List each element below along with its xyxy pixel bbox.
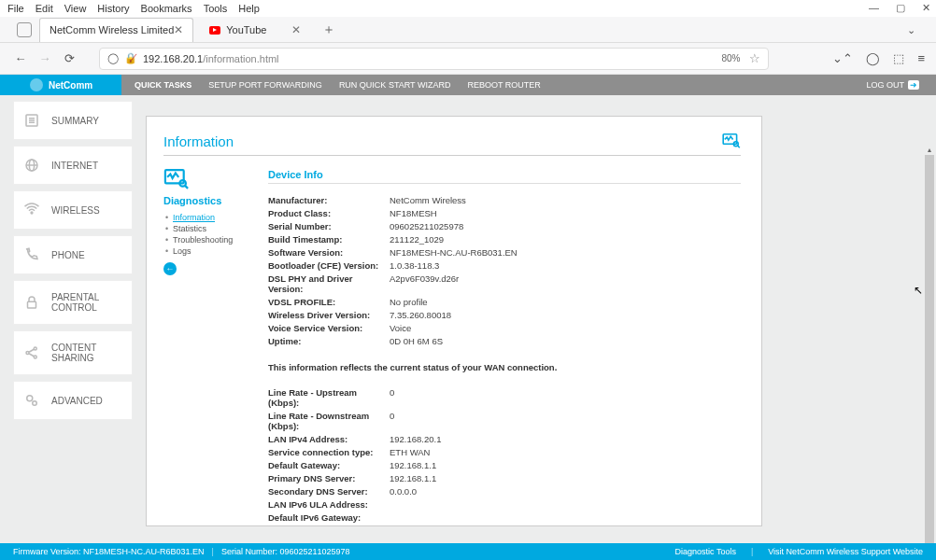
diag-link-troubleshooting[interactable]: Troubleshooting (165, 234, 246, 245)
value: Voice (390, 323, 411, 333)
maximize-icon[interactable]: ▢ (896, 2, 905, 14)
sidebar-item-label: INTERNET (51, 161, 98, 171)
menu-edit[interactable]: Edit (35, 3, 53, 14)
quick-reboot[interactable]: REBOOT ROUTER (467, 80, 540, 90)
tabs-dropdown-icon[interactable]: ⌄ (907, 24, 915, 36)
sidebar-item-parental[interactable]: PARENTALCONTROL (13, 280, 133, 325)
label: DSL PHY and Driver Version: (268, 273, 390, 294)
logout-link[interactable]: LOG OUT ➜ (866, 80, 919, 90)
shield-icon[interactable]: ◯ (107, 52, 119, 64)
label: Primary DNS Server: (268, 473, 390, 483)
globe-icon (23, 157, 40, 174)
tab-youtube[interactable]: YouTube ✕ (199, 18, 311, 42)
tabs-overview-icon[interactable] (17, 22, 32, 37)
menu-bookmarks[interactable]: Bookmarks (141, 3, 192, 14)
extensions-icon[interactable]: ⬚ (893, 51, 904, 65)
quick-tasks[interactable]: QUICK TASKS (135, 80, 191, 90)
reload-button[interactable]: ⟳ (60, 51, 78, 65)
os-menubar: File Edit View History Bookmarks Tools H… (0, 0, 936, 17)
value: 0.0.0.0 (390, 486, 417, 497)
value: ETH WAN (390, 447, 430, 457)
phone-icon (23, 246, 40, 263)
sidebar-item-phone[interactable]: PHONE (13, 235, 133, 274)
svg-point-11 (34, 356, 36, 358)
svg-line-21 (185, 186, 188, 189)
menu-help[interactable]: Help (238, 3, 260, 14)
browser-tabstrip: NetComm Wireless Limited ✕ YouTube ✕ ＋ ⌄ (0, 17, 936, 43)
insecure-lock-icon[interactable]: 🔒̸ (124, 52, 137, 64)
scrollbar-thumb[interactable] (925, 155, 934, 543)
value: A2pv6F039v.d26r (390, 273, 459, 294)
value: 0D 0H 6M 6S (390, 336, 443, 346)
label: Uptime: (268, 336, 390, 346)
menu-tools[interactable]: Tools (204, 3, 228, 14)
account-icon[interactable]: ◯ (866, 51, 880, 65)
close-icon[interactable]: ✕ (922, 2, 930, 14)
scroll-up-icon[interactable]: ▴ (925, 146, 934, 155)
diagnostics-search-icon[interactable] (722, 133, 741, 150)
quick-wizard[interactable]: RUN QUICK START WIZARD (339, 80, 451, 90)
menu-history[interactable]: History (97, 3, 129, 14)
logout-icon: ➜ (908, 80, 919, 90)
sidebar: SUMMARY INTERNET WIRELESS PHONE PARENTAL… (0, 95, 136, 543)
label: Line Rate - Upstream (Kbps): (268, 387, 390, 408)
sidebar-item-content-sharing[interactable]: CONTENTSHARING (13, 330, 133, 375)
sidebar-item-wireless[interactable]: WIRELESS (13, 190, 133, 230)
footer-sn-label: Serial Number: (221, 547, 277, 556)
footer-diag-link[interactable]: Diagnostic Tools (675, 547, 736, 556)
quick-spf[interactable]: SETUP PORT FORWARDING (208, 80, 322, 90)
app-menu-icon[interactable]: ≡ (917, 51, 925, 65)
label: Wireless Driver Version: (268, 310, 390, 320)
forward-button[interactable]: → (35, 51, 54, 65)
bookmark-star-icon[interactable]: ☆ (749, 51, 760, 65)
value: 1.0.38-118.3 (390, 260, 439, 271)
value: NF18MESH-NC.AU-R6B031.EN (390, 247, 518, 258)
sidebar-item-advanced[interactable]: ADVANCED (13, 381, 133, 420)
label: Default IPv6 Gateway: (268, 512, 390, 523)
sidebar-item-label: WIRELESS (51, 205, 100, 216)
address-bar[interactable]: ◯ 🔒̸ 192.168.20.1/information.html 80% ☆ (99, 48, 769, 70)
tab-close-icon[interactable]: ✕ (174, 23, 183, 36)
pocket-icon[interactable]: ⌄⌃ (832, 51, 853, 65)
label: Line Rate - Downstream (Kbps): (268, 411, 390, 431)
value: 192.168.1.1 (390, 460, 436, 470)
value: NetComm Wireless (390, 195, 466, 205)
panel-wrap: Information Diagnostics Information Stat… (136, 95, 936, 543)
diag-link-information[interactable]: Information (165, 212, 246, 223)
url-host: 192.168.20.1 (143, 53, 203, 64)
value: 7.35.260.80018 (390, 310, 451, 320)
svg-line-12 (29, 349, 34, 352)
url-path: /information.html (203, 53, 278, 64)
footer-support-link[interactable]: Visit NetComm Wireless Support Website (768, 547, 923, 556)
label: Software Version: (268, 247, 390, 258)
diag-link-logs[interactable]: Logs (165, 245, 246, 257)
diagnostics-icon (163, 169, 246, 191)
menu-file[interactable]: File (7, 3, 24, 14)
value: No profile (390, 297, 428, 307)
diag-link-statistics[interactable]: Statistics (165, 223, 246, 234)
new-tab-icon[interactable]: ＋ (322, 21, 335, 38)
sidebar-item-summary[interactable]: SUMMARY (13, 101, 133, 140)
label: Bootloader (CFE) Version: (268, 260, 390, 271)
diagnostics-nav: Diagnostics Information Statistics Troub… (163, 169, 246, 524)
tab-close-icon[interactable]: ✕ (291, 23, 301, 36)
sidebar-item-internet[interactable]: INTERNET (13, 146, 133, 185)
back-icon[interactable]: ← (163, 262, 177, 275)
toolbar-right-icons: ⌄⌃ ◯ ⬚ ≡ (832, 51, 925, 65)
back-button[interactable]: ← (11, 51, 30, 65)
top-strip: NetComm QUICK TASKS SETUP PORT FORWARDIN… (0, 75, 936, 95)
sidebar-item-label: CONTENTSHARING (51, 343, 96, 363)
tab-netcomm[interactable]: NetComm Wireless Limited ✕ (39, 18, 193, 42)
brand[interactable]: NetComm (0, 78, 121, 91)
footer-fw-label: Firmware Version: (13, 547, 81, 556)
panel-title: Information (163, 133, 741, 156)
zoom-level[interactable]: 80% (721, 53, 740, 63)
svg-point-7 (31, 212, 33, 214)
minimize-icon[interactable]: — (869, 2, 879, 14)
logout-label: LOG OUT (866, 80, 904, 90)
vertical-scrollbar[interactable]: ▴ ▾ (925, 155, 934, 543)
tab-label: YouTube (226, 24, 266, 35)
label: LAN IPv6 ULA Address: (268, 499, 390, 510)
menu-view[interactable]: View (64, 3, 87, 14)
device-info: Device Info Manufacturer:NetComm Wireles… (268, 169, 741, 524)
